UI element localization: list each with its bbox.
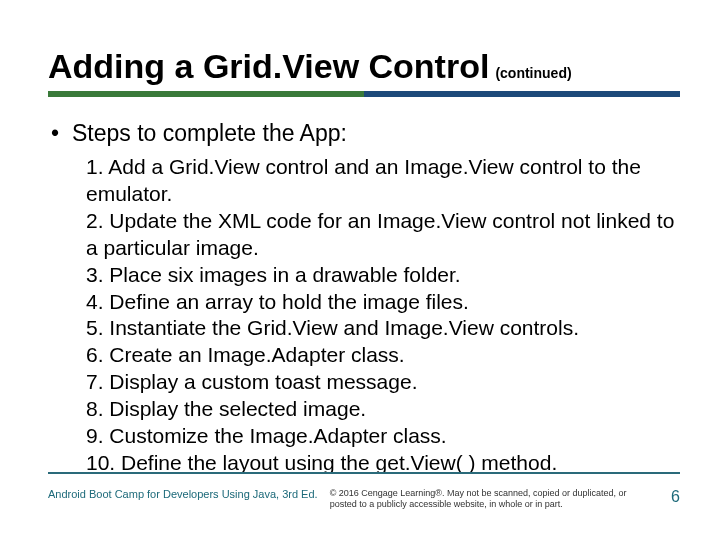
steps-list: 1. Add a Grid.View control and an Image.… [86, 154, 680, 477]
footer-source: Android Boot Camp for Developers Using J… [48, 488, 330, 500]
list-item: 1. Add a Grid.View control and an Image.… [86, 154, 680, 208]
bullet-label: Steps to complete the App: [72, 119, 347, 148]
list-item: 7. Display a custom toast message. [86, 369, 680, 396]
list-item: 2. Update the XML code for an Image.View… [86, 208, 680, 262]
list-item: 9. Customize the Image.Adapter class. [86, 423, 680, 450]
page-number: 6 [651, 488, 680, 506]
list-item: 8. Display the selected image. [86, 396, 680, 423]
slide-body: • Steps to complete the App: 1. Add a Gr… [48, 119, 680, 476]
list-item: 3. Place six images in a drawable folder… [86, 262, 680, 289]
footer-copyright: © 2016 Cengage Learning®. May not be sca… [330, 488, 651, 510]
title-underline [48, 91, 680, 97]
list-item: 4. Define an array to hold the image fil… [86, 289, 680, 316]
footer: Android Boot Camp for Developers Using J… [48, 488, 680, 510]
slide-title: Adding a Grid.View Control [48, 48, 489, 85]
slide-title-suffix: (continued) [495, 65, 571, 81]
title-row: Adding a Grid.View Control (continued) [48, 48, 680, 85]
footer-rule [48, 472, 680, 474]
slide: Adding a Grid.View Control (continued) •… [0, 0, 720, 540]
bullet-dot-icon: • [48, 119, 62, 148]
bullet-row: • Steps to complete the App: [48, 119, 680, 148]
list-item: 5. Instantiate the Grid.View and Image.V… [86, 315, 680, 342]
list-item: 6. Create an Image.Adapter class. [86, 342, 680, 369]
